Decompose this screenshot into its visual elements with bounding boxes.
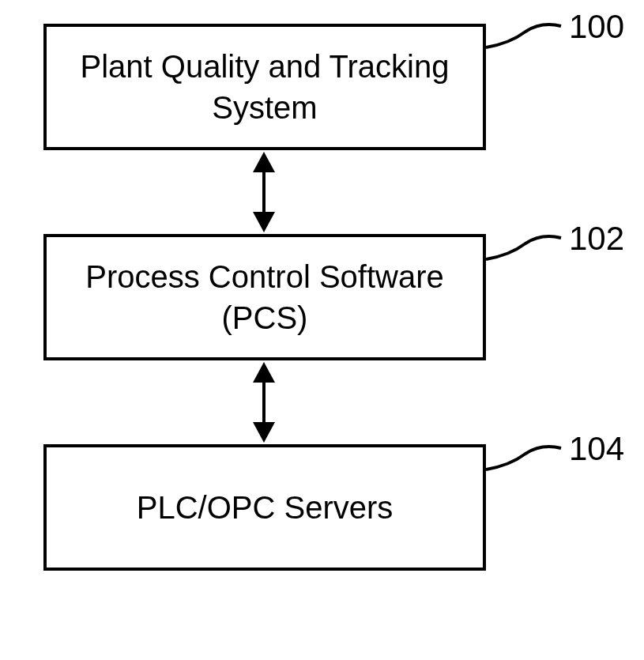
leader-line-100 [486,20,565,51]
arrow-line-1 [262,170,266,213]
arrow-head-down-1 [253,212,275,232]
ref-label-100: 100 [569,8,624,46]
box-top-line2: System [212,90,317,125]
box-top-line1: Plant Quality and Tracking [81,49,450,84]
box-process-control-software-text: Process Control Software (PCS) [85,256,444,338]
box-bottom-line1: PLC/OPC Servers [137,490,394,525]
leader-line-102 [486,232,565,263]
arrow-line-2 [262,380,266,424]
arrow-head-down-2 [253,422,275,443]
ref-label-104: 104 [569,430,624,468]
box-plc-opc-servers: PLC/OPC Servers [43,444,486,571]
box-middle-line2: (PCS) [222,300,308,335]
box-process-control-software: Process Control Software (PCS) [43,234,486,360]
box-plant-quality-tracking-text: Plant Quality and Tracking System [81,46,450,128]
box-plc-opc-servers-text: PLC/OPC Servers [137,487,394,528]
box-plant-quality-tracking: Plant Quality and Tracking System [43,24,486,150]
ref-label-102: 102 [569,220,624,258]
box-middle-line1: Process Control Software [85,259,444,294]
leader-line-104 [486,442,565,473]
